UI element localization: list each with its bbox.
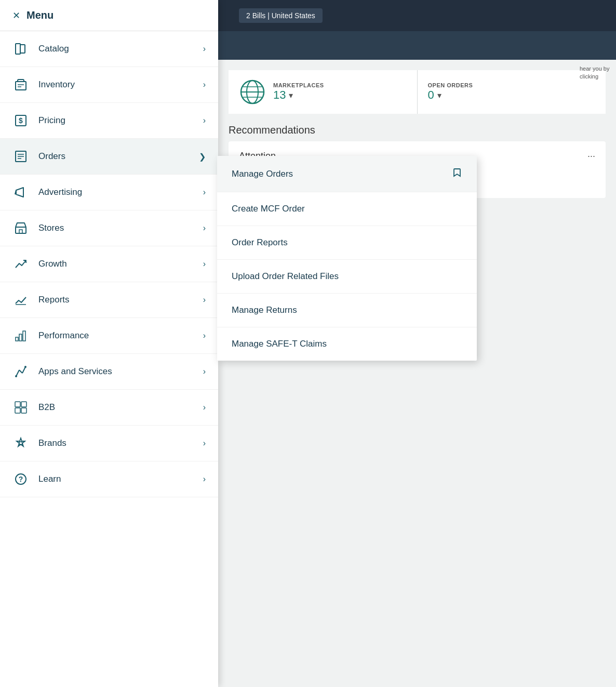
orders-icon (12, 148, 29, 165)
menu-item-label-growth: Growth (38, 259, 67, 269)
menu-header: ✕ Menu (0, 0, 218, 31)
main-content: MARKETPLACES 13 ▾ OPEN ORDERS 0 ▾ Recomm (218, 60, 616, 687)
marketplaces-label: MARKETPLACES (273, 82, 324, 88)
performance-icon (12, 327, 29, 344)
menu-item-catalog[interactable]: Catalog › (0, 31, 218, 67)
open-orders-arrow: ▾ (437, 90, 441, 100)
menu-item-label-brands: Brands (38, 438, 66, 448)
close-icon[interactable]: ✕ (12, 10, 20, 21)
menu-item-arrow-pricing: › (203, 116, 206, 125)
brands-icon (12, 435, 29, 452)
submenu-item-manage-returns[interactable]: Manage Returns (217, 294, 477, 327)
svg-point-24 (15, 375, 17, 377)
open-orders-label: OPEN ORDERS (428, 82, 473, 88)
submenu-item-label-manage-orders: Manage Orders (232, 169, 293, 179)
menu-item-arrow-b2b: › (203, 403, 206, 412)
submenu-item-upload-files[interactable]: Upload Order Related Files (217, 260, 477, 294)
submenu-item-label-upload-files: Upload Order Related Files (232, 271, 339, 282)
menu-item-left-apps-services: Apps and Services (12, 363, 112, 380)
catalog-icon (12, 41, 29, 57)
menu-item-left-catalog: Catalog (12, 41, 69, 57)
submenu-item-safe-t-claims[interactable]: Manage SAFE-T Claims (217, 327, 477, 361)
svg-rect-29 (21, 408, 26, 413)
svg-point-25 (24, 366, 26, 368)
marketplaces-info: MARKETPLACES 13 ▾ (273, 82, 324, 102)
stats-row: MARKETPLACES 13 ▾ OPEN ORDERS 0 ▾ (229, 70, 606, 114)
menu-item-arrow-brands: › (203, 439, 206, 448)
menu-item-arrow-catalog: › (203, 44, 206, 54)
menu-item-label-catalog: Catalog (38, 44, 69, 54)
menu-item-left-brands: Brands (12, 435, 66, 452)
menu-item-arrow-learn: › (203, 474, 206, 484)
menu-item-label-inventory: Inventory (38, 80, 75, 90)
svg-rect-6 (16, 82, 26, 90)
menu-item-reports[interactable]: Reports › (0, 282, 218, 318)
menu-item-label-orders: Orders (38, 151, 65, 162)
menu-item-left-growth: Growth (12, 256, 67, 272)
bookmark-icon (452, 167, 462, 180)
menu-item-stores[interactable]: Stores › (0, 210, 218, 246)
learn-icon: ? (12, 471, 29, 487)
menu-item-orders[interactable]: Orders ❯ (0, 139, 218, 175)
menu-item-left-advertising: Advertising (12, 184, 82, 201)
svg-line-23 (22, 367, 25, 373)
menu-item-advertising[interactable]: Advertising › (0, 175, 218, 210)
svg-rect-18 (16, 337, 18, 341)
menu-item-left-b2b: B2B (12, 399, 55, 416)
recommendations-heading: Recommendations (229, 124, 606, 136)
svg-rect-5 (16, 44, 20, 54)
submenu-item-label-safe-t-claims: Manage SAFE-T Claims (232, 339, 327, 349)
submenu-item-label-create-mcf: Create MCF Order (232, 204, 305, 214)
menu-item-arrow-performance: › (203, 331, 206, 340)
svg-rect-26 (15, 402, 20, 407)
menu-item-label-pricing: Pricing (38, 115, 65, 126)
menu-item-arrow-advertising: › (203, 188, 206, 197)
attention-more-icon[interactable]: ··· (587, 151, 595, 162)
svg-text:$: $ (19, 116, 23, 125)
menu-item-arrow-orders: ❯ (199, 152, 206, 162)
menu-item-label-performance: Performance (38, 331, 89, 341)
stores-icon (12, 220, 29, 236)
svg-line-21 (16, 370, 19, 376)
menu-overlay: ✕ Menu Catalog › Inventory › $ Pricing › (0, 0, 218, 687)
menu-item-left-stores: Stores (12, 220, 64, 236)
open-orders-value: 0 (428, 88, 434, 102)
svg-rect-27 (21, 402, 26, 407)
svg-rect-20 (23, 331, 25, 341)
reports-icon (12, 292, 29, 308)
submenu-item-create-mcf[interactable]: Create MCF Order (217, 192, 477, 226)
inventory-icon (12, 76, 29, 93)
bill-badge: 2 Bills | United States (239, 8, 323, 23)
orders-submenu: Manage Orders Create MCF Order Order Rep… (217, 156, 477, 361)
menu-item-apps-services[interactable]: Apps and Services › (0, 354, 218, 390)
menu-item-b2b[interactable]: B2B › (0, 390, 218, 426)
menu-items-list: Catalog › Inventory › $ Pricing › Orders… (0, 31, 218, 497)
open-orders-info: OPEN ORDERS 0 ▾ (428, 82, 473, 102)
submenu-item-order-reports[interactable]: Order Reports (217, 226, 477, 260)
apps-services-icon (12, 363, 29, 380)
menu-item-arrow-stores: › (203, 223, 206, 233)
menu-item-arrow-reports: › (203, 295, 206, 305)
menu-title: Menu (26, 9, 53, 21)
menu-item-arrow-apps-services: › (203, 367, 206, 376)
menu-item-pricing[interactable]: $ Pricing › (0, 103, 218, 139)
menu-item-performance[interactable]: Performance › (0, 318, 218, 354)
menu-item-inventory[interactable]: Inventory › (0, 67, 218, 103)
hear-you-text: hear you by clicking (574, 60, 616, 86)
marketplaces-arrow: ▾ (289, 90, 293, 100)
marketplaces-value: 13 (273, 88, 286, 102)
submenu-item-label-order-reports: Order Reports (232, 237, 288, 248)
menu-item-left-inventory: Inventory (12, 76, 75, 93)
menu-item-left-learn: ? Learn (12, 471, 61, 487)
menu-item-label-learn: Learn (38, 474, 61, 484)
menu-item-left-performance: Performance (12, 327, 89, 344)
submenu-item-manage-orders[interactable]: Manage Orders (217, 156, 477, 192)
advertising-icon (12, 184, 29, 201)
menu-item-learn[interactable]: ? Learn › (0, 461, 218, 497)
submenu-item-label-manage-returns: Manage Returns (232, 305, 297, 315)
svg-rect-19 (19, 334, 22, 341)
marketplaces-stat: MARKETPLACES 13 ▾ (229, 70, 417, 114)
menu-item-label-stores: Stores (38, 223, 64, 233)
menu-item-growth[interactable]: Growth › (0, 246, 218, 282)
menu-item-brands[interactable]: Brands › (0, 426, 218, 461)
